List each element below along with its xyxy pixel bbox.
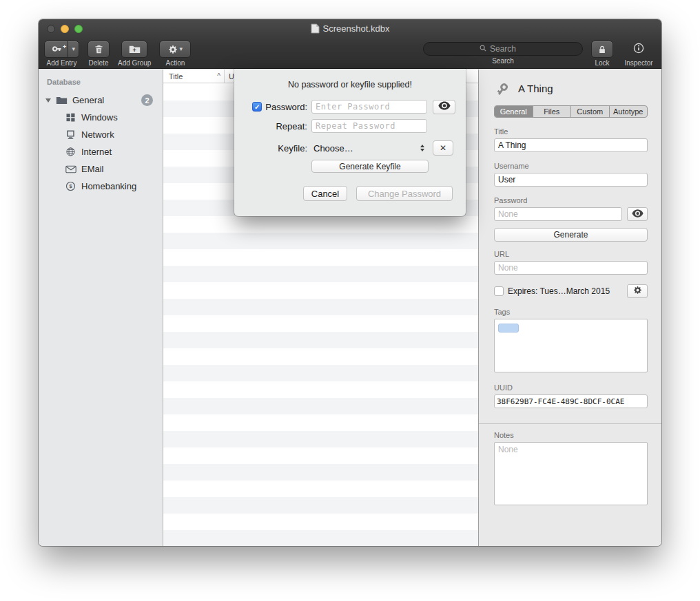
title-label: Title xyxy=(494,127,648,136)
document-icon xyxy=(311,23,320,34)
window-header: Screenshot.kdbx + ▾ Add Entry xyxy=(39,19,661,69)
titlebar[interactable]: Screenshot.kdbx xyxy=(39,19,661,38)
search-input[interactable] xyxy=(490,44,527,54)
add-entry-label: Add Entry xyxy=(47,59,77,67)
uuid-label: UUID xyxy=(494,383,648,392)
reveal-password-button[interactable] xyxy=(433,100,455,114)
dialog-repeat-input[interactable] xyxy=(311,119,427,133)
action-button[interactable]: ▾ xyxy=(159,41,191,58)
generate-password-button[interactable]: Generate xyxy=(494,228,648,242)
close-icon: ✕ xyxy=(440,143,446,153)
sidebar-item-label: Internet xyxy=(81,147,112,157)
inspector-group: Inspector xyxy=(621,41,656,67)
tab-autotype[interactable]: Autotype xyxy=(610,106,648,117)
tags-field[interactable] xyxy=(494,319,648,372)
username-label: Username xyxy=(494,162,648,170)
network-icon xyxy=(65,129,76,140)
add-entry-button[interactable]: + ▾ xyxy=(44,41,79,58)
notes-field[interactable] xyxy=(494,442,648,505)
entry-title: A Thing xyxy=(518,83,553,94)
keyfile-selected-value: Choose… xyxy=(311,143,420,154)
app-window: Screenshot.kdbx + ▾ Add Entry xyxy=(39,19,661,546)
entry-header: A Thing xyxy=(494,78,648,98)
inspector-tabs: General Files Custom Autotype xyxy=(494,105,648,118)
sidebar-item-network[interactable]: Network xyxy=(39,126,163,143)
sidebar-item-internet[interactable]: Internet xyxy=(39,143,163,160)
sidebar-item-email[interactable]: EMail xyxy=(39,160,163,178)
disclosure-triangle-icon[interactable] xyxy=(45,98,51,103)
inspector-button[interactable] xyxy=(632,41,645,58)
sidebar: Database General 2 Windows Network xyxy=(39,70,163,546)
eye-icon xyxy=(438,101,451,113)
reveal-password-button[interactable] xyxy=(627,207,648,221)
sidebar-item-homebanking[interactable]: $ Homebanking xyxy=(39,178,163,195)
lock-group: Lock xyxy=(591,41,613,67)
sidebar-item-label: Windows xyxy=(81,112,118,123)
inspector-label: Inspector xyxy=(624,59,652,67)
chevron-down-icon[interactable]: ▾ xyxy=(68,46,79,52)
clear-keyfile-button[interactable]: ✕ xyxy=(433,140,453,156)
username-field[interactable] xyxy=(494,173,648,187)
dialog-password-input[interactable] xyxy=(311,100,427,114)
dialog-keyfile-label: Keyfile: xyxy=(278,143,307,154)
change-password-button[interactable]: Change Password xyxy=(356,186,453,201)
dollar-glyph-icon: $ xyxy=(69,183,72,189)
tab-files[interactable]: Files xyxy=(533,106,572,117)
stepper-icon xyxy=(420,145,424,151)
count-badge: 2 xyxy=(141,94,153,106)
keyfile-select[interactable]: Choose… xyxy=(311,140,427,156)
dialog-repeat-label: Repeat: xyxy=(276,121,307,131)
key-plus-icon: + xyxy=(45,44,68,55)
sidebar-item-label: EMail xyxy=(81,164,104,174)
title-field[interactable] xyxy=(494,138,648,152)
info-icon xyxy=(632,42,645,57)
repeat-row: Repeat: xyxy=(249,118,456,134)
dialog-password-label: Password: xyxy=(265,102,307,112)
mail-icon xyxy=(65,163,76,175)
password-checkbox[interactable]: ✓ xyxy=(252,102,262,112)
expires-settings-button[interactable] xyxy=(627,284,648,298)
sort-ascending-icon: ^ xyxy=(217,72,220,80)
add-group-label: Add Group xyxy=(118,59,151,67)
notes-label: Notes xyxy=(494,431,648,439)
window-title-text: Screenshot.kdbx xyxy=(323,23,390,34)
inspector-panel: A Thing General Files Custom Autotype Ti… xyxy=(478,70,661,546)
windows-icon xyxy=(65,112,76,123)
keyfile-row: Keyfile: Choose… ✕ xyxy=(249,140,456,156)
check-icon: ✓ xyxy=(254,103,260,111)
sidebar-section-header: Database xyxy=(39,78,163,86)
url-field[interactable] xyxy=(494,261,648,275)
search-label: Search xyxy=(492,57,514,65)
folder-icon xyxy=(56,94,68,106)
sidebar-item-general[interactable]: General 2 xyxy=(39,92,163,109)
generate-keyfile-button[interactable]: Generate Keyfile xyxy=(311,160,429,173)
tags-label: Tags xyxy=(494,308,648,316)
search-group: Search xyxy=(423,41,583,65)
sidebar-item-label: Network xyxy=(81,129,114,140)
add-group-button[interactable]: + xyxy=(121,41,147,58)
globe-icon xyxy=(65,146,76,158)
column-header-title[interactable]: Title ^ xyxy=(163,70,224,83)
expires-checkbox[interactable] xyxy=(494,286,504,296)
folder-plus-icon: + xyxy=(129,44,141,54)
dialog-message: No password or keyfile supplied! xyxy=(234,80,466,89)
delete-button[interactable] xyxy=(88,41,110,58)
cancel-button[interactable]: Cancel xyxy=(303,186,347,201)
password-label: Password xyxy=(494,196,648,204)
add-group-group: + Add Group xyxy=(118,41,151,67)
sidebar-item-label: General xyxy=(72,95,104,105)
expires-label: Expires: Tues…March 2015 xyxy=(508,286,623,296)
search-field[interactable] xyxy=(423,42,583,56)
uuid-field[interactable] xyxy=(494,394,648,408)
action-label: Action xyxy=(165,59,185,67)
tab-custom[interactable]: Custom xyxy=(571,106,610,117)
tag-chip[interactable] xyxy=(498,324,519,333)
search-icon xyxy=(479,43,487,55)
change-password-dialog: No password or keyfile supplied! ✓ Passw… xyxy=(234,69,466,216)
url-label: URL xyxy=(494,250,648,258)
tab-general[interactable]: General xyxy=(495,106,533,117)
password-row: ✓ Password: xyxy=(249,99,456,114)
sidebar-item-windows[interactable]: Windows xyxy=(39,109,163,126)
password-field[interactable] xyxy=(494,207,622,221)
lock-button[interactable] xyxy=(591,41,613,58)
